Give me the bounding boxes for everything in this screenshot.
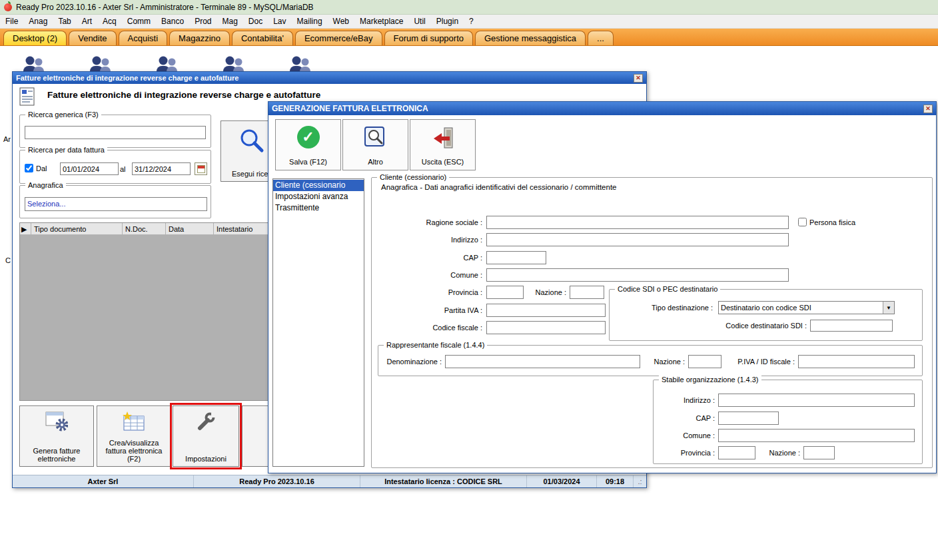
menu-item-help[interactable]: ? [464,17,479,26]
so-indirizzo-input[interactable] [718,394,915,407]
window-title: GENERAZIONE FATTURA ELETTRONICA [272,104,428,113]
codice-destinatario-input[interactable] [810,320,893,332]
genera-fatture-button[interactable]: Genera fatture elettroniche [19,406,94,467]
status-company: Axter Srl [13,475,194,487]
nav-item-impostazioni-avanzate[interactable]: Impostazioni avanza [273,191,364,202]
tipo-destinazione-value: Destinatario con codice SDI [719,304,883,312]
tab-contabilita[interactable]: Contabilita' [232,31,293,45]
menu-item-file[interactable]: File [0,17,23,26]
ragione-sociale-input[interactable] [486,216,789,229]
search-group: Ricerca generica (F3) [19,115,211,148]
persona-fisica-checkbox[interactable] [798,218,807,226]
codice-fiscale-label: Codice fiscale : [372,321,482,334]
impostazioni-button[interactable]: Impostazioni [173,406,239,467]
menu-item-marketplace[interactable]: Marketplace [354,17,408,26]
so-cap-input[interactable] [718,412,779,425]
tab-magazzino[interactable]: Magazzino [169,31,230,45]
persona-fisica-row: Persona fisica [798,218,855,226]
al-label: al [120,162,129,176]
altro-button[interactable]: Altro [342,119,408,170]
cap-input[interactable] [486,251,546,264]
nav-item-trasmittente[interactable]: Trasmittente [273,202,364,214]
cliente-group-label: Cliente (cessionario) [377,172,449,182]
menu-item-util[interactable]: Util [408,17,430,26]
rf-nazione-label: Nazione : [642,355,685,368]
window-title: Fatture elettroniche di integrazione rev… [16,74,238,82]
menu-item-comm[interactable]: Comm [122,17,156,26]
menu-item-tab[interactable]: Tab [53,17,76,26]
partita-iva-input[interactable] [486,304,606,317]
status-license: Intestatario licenza : CODICE SRL [360,475,527,487]
crea-visualizza-button[interactable]: Crea/visualizza fattura elettronica (F2) [97,406,171,467]
menu-item-anag[interactable]: Anag [23,17,53,26]
menu-item-doc[interactable]: Doc [243,17,268,26]
so-nazione-label: Nazione : [759,446,800,459]
resize-grip[interactable]: .: [634,475,646,487]
provincia-input[interactable] [486,286,524,299]
tab-messaggistica[interactable]: Gestione messaggistica [475,31,586,45]
rappresentante-group: Rappresentante fiscale (1.4.4) Denominaz… [378,345,923,376]
app-titlebar[interactable]: Ready Pro 2023.10.16 - Axter Srl - Ammin… [0,0,938,15]
column-header-data[interactable]: Data [166,223,214,235]
rf-piva-input[interactable] [798,355,915,368]
nazione-label: Nazione : [522,286,566,299]
menu-item-banco[interactable]: Banco [156,17,189,26]
salva-button[interactable]: ✓ Salva (F12) [275,119,341,170]
uscita-button[interactable]: Uscita (ESC) [410,119,476,170]
sdi-group: Codice SDI o PEC destinatario Tipo desti… [609,289,923,341]
genera-fatture-label: Genera fatture elettroniche [21,447,92,463]
menu-item-lav[interactable]: Lav [268,17,291,26]
menu-item-mailing[interactable]: Mailing [292,17,328,26]
so-indirizzo-label: Indirizzo : [654,394,715,407]
close-icon[interactable]: ✕ [634,74,643,83]
status-date: 01/03/2024 [527,475,597,487]
cliente-group: Cliente (cessionario) Anagrafica - Dati … [371,177,933,468]
uscita-label: Uscita (ESC) [422,158,464,166]
menu-item-web[interactable]: Web [328,17,354,26]
page-title: Fatture elettroniche di integrazione rev… [47,90,320,100]
anagrafica-select[interactable]: Seleziona... [25,197,207,211]
rf-nazione-input[interactable] [688,355,721,368]
window-titlebar[interactable]: GENERAZIONE FATTURA ELETTRONICA ✕ [268,102,936,115]
calendar-button[interactable] [195,162,207,175]
sdi-group-label: Codice SDI o PEC destinatario [615,284,720,294]
impostazioni-label: Impostazioni [185,455,227,463]
anagrafica-group: Anagrafica Seleziona... [19,185,211,218]
row-arrow-icon: ▶ [20,223,31,235]
so-provincia-input[interactable] [718,446,755,459]
comune-input[interactable] [486,268,789,282]
date-to-input[interactable] [132,162,191,175]
nav-item-cliente[interactable]: Cliente (cessionario [273,180,364,191]
dal-checkbox-row: Dal [25,164,47,172]
indirizzo-label: Indirizzo : [372,233,482,246]
so-nazione-input[interactable] [803,446,835,459]
menu-item-prod[interactable]: Prod [189,17,217,26]
close-icon[interactable]: ✕ [923,105,933,113]
tab-vendite[interactable]: Vendite [69,31,116,45]
menu-item-art[interactable]: Art [77,17,97,26]
menu-item-acq[interactable]: Acq [97,17,122,26]
menu-item-mag[interactable]: Mag [217,17,243,26]
tab-desktop[interactable]: Desktop (2) [3,31,67,45]
gear-window-icon [45,412,68,431]
tipo-destinazione-select[interactable]: Destinatario con codice SDI ▼ [718,301,895,314]
tab-more[interactable]: ... [588,31,614,45]
column-header-ndoc[interactable]: N.Doc. [123,223,166,235]
status-product: Ready Pro 2023.10.16 [194,475,360,487]
tab-forum[interactable]: Forum di supporto [384,31,474,45]
denominazione-input[interactable] [445,355,640,368]
tab-ecommerce[interactable]: Ecommerce/eBay [295,31,382,45]
search-input[interactable] [25,126,206,139]
column-header-tipo-documento[interactable]: Tipo documento [31,223,123,235]
tab-acquisti[interactable]: Acquisti [119,31,168,45]
date-from-input[interactable] [60,162,119,175]
nazione-input[interactable] [570,286,604,299]
indirizzo-input[interactable] [486,233,789,246]
tipo-destinazione-label: Tipo destinazione : [610,301,713,314]
dropdown-arrow-icon[interactable]: ▼ [883,302,894,314]
menu-item-plugin[interactable]: Plugin [431,17,464,26]
dal-checkbox[interactable] [25,164,33,172]
codice-fiscale-input[interactable] [486,321,606,334]
so-comune-input[interactable] [718,429,915,442]
window-titlebar[interactable]: Fatture elettroniche di integrazione rev… [13,72,646,84]
